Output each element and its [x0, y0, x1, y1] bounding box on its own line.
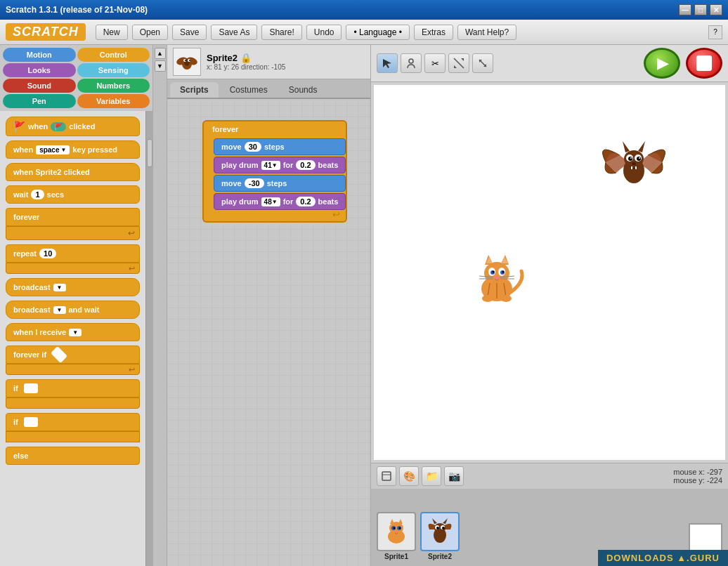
sprite-preview: [173, 48, 201, 76]
bat-sprite[interactable]: [592, 134, 676, 206]
block-repeat[interactable]: repeat 10 ↩: [6, 244, 140, 274]
sprite-thumb-2[interactable]: Sprite2: [420, 512, 460, 560]
right-panel: ✂: [371, 45, 728, 566]
scrollbar-thumb[interactable]: [147, 139, 152, 167]
block-forever[interactable]: forever ↩: [6, 208, 140, 240]
sprite2-label: Sprite2: [428, 553, 452, 560]
category-pen[interactable]: Pen: [3, 94, 76, 108]
svg-point-60: [399, 527, 401, 529]
stamp-tool[interactable]: ✂: [424, 53, 446, 73]
svg-point-7: [189, 60, 190, 61]
svg-marker-12: [454, 65, 457, 68]
close-button[interactable]: ✕: [710, 4, 722, 15]
tab-scripts[interactable]: Scripts: [170, 82, 219, 98]
stage-tools: ✂: [377, 53, 493, 73]
sprite-thumb-1[interactable]: Sprite1: [377, 512, 416, 560]
svg-point-45: [637, 157, 641, 161]
category-control[interactable]: Control: [77, 48, 150, 62]
svg-rect-51: [382, 472, 391, 480]
sprite-thumb-img-1: [377, 512, 416, 551]
shrink-tool[interactable]: [472, 53, 493, 73]
svg-point-36: [482, 295, 493, 302]
block-when-receive[interactable]: when I receive: [6, 323, 140, 341]
block-move2[interactable]: move -30 steps: [214, 175, 346, 192]
block-wait[interactable]: wait 1 secs: [6, 185, 140, 204]
script-section: ▲ ▼: [153, 45, 371, 566]
script-area-container: Sprite2 🔒 x: 81 y: 26 direction: -105 Sc…: [167, 45, 371, 566]
person-tool[interactable]: [401, 53, 422, 73]
script-canvas: forever move 30 steps play dru: [167, 99, 370, 566]
nav-down[interactable]: ▼: [155, 60, 166, 72]
left-scrollbar[interactable]: [145, 111, 152, 566]
stage-bottom-toolbar: 🎨 📁 📷 mouse x: -297 mouse y: -224: [371, 463, 728, 489]
category-sensing[interactable]: Sensing: [77, 63, 150, 77]
svg-marker-41: [638, 141, 645, 152]
mouse-coords: mouse x: -297 mouse y: -224: [673, 468, 722, 485]
left-panel: Motion Control Looks Sensing Sound Numbe…: [0, 45, 153, 566]
nav-arrows: ▲ ▼: [153, 45, 167, 566]
tab-sounds[interactable]: Sounds: [279, 82, 327, 98]
svg-point-48: [632, 162, 636, 165]
sprite-header: Sprite2 🔒 x: 81 y: 26 direction: -105: [167, 45, 370, 79]
nav-up[interactable]: ▲: [155, 48, 166, 59]
block-broadcast[interactable]: broadcast: [6, 278, 140, 296]
svg-point-66: [436, 527, 439, 529]
category-variables[interactable]: Variables: [77, 94, 150, 108]
svg-marker-40: [623, 141, 630, 152]
minimize-button[interactable]: —: [679, 4, 691, 15]
menubar: SCRATCH New Open Save Save As Share! Und…: [0, 20, 728, 45]
undo-button[interactable]: Undo: [306, 25, 342, 40]
svg-marker-8: [383, 59, 391, 68]
svg-point-9: [409, 59, 413, 63]
block-if[interactable]: if: [6, 379, 140, 409]
main-layout: Motion Control Looks Sensing Sound Numbe…: [0, 45, 728, 566]
category-motion[interactable]: Motion: [3, 48, 76, 62]
extras-button[interactable]: Extras: [414, 25, 453, 40]
block-broadcast-wait[interactable]: broadcast and wait: [6, 301, 140, 319]
want-help-button[interactable]: Want Help?: [457, 25, 516, 40]
category-sound[interactable]: Sound: [3, 79, 76, 93]
block-when-clicked[interactable]: 🚩 when 🚩 clicked: [6, 117, 140, 136]
forever-block-bottom: ↩: [202, 213, 347, 223]
cursor-tool[interactable]: [377, 53, 398, 73]
blocks-list: 🚩 when 🚩 clicked when space key pressed …: [0, 111, 145, 566]
block-else[interactable]: else: [6, 447, 140, 465]
stage-canvas: [374, 85, 725, 460]
block-when-sprite-clicked[interactable]: when Sprite2 clicked: [6, 163, 140, 181]
script-tabs: Scripts Costumes Sounds: [167, 79, 370, 99]
block-if-else[interactable]: if: [6, 413, 140, 442]
svg-point-6: [185, 60, 186, 61]
language-button[interactable]: • Language •: [346, 25, 409, 40]
svg-point-37: [500, 295, 512, 302]
save-button[interactable]: Save: [172, 25, 207, 40]
block-move1[interactable]: move 30 steps: [214, 138, 346, 155]
script-stack: forever move 30 steps play dru: [202, 120, 347, 223]
paint-btn[interactable]: 🎨: [399, 466, 419, 486]
play-button[interactable]: ▶: [644, 48, 680, 79]
block-forever-if[interactable]: forever if ↩: [6, 345, 140, 375]
block-when-key-pressed[interactable]: when space key pressed: [6, 140, 140, 159]
share-button[interactable]: Share!: [261, 25, 301, 40]
category-numbers[interactable]: Numbers: [77, 79, 150, 93]
svg-marker-69: [443, 518, 448, 524]
stop-button[interactable]: [686, 48, 722, 79]
save-as-button[interactable]: Save As: [211, 25, 257, 40]
grow-tool[interactable]: [448, 53, 469, 73]
tab-costumes[interactable]: Costumes: [220, 82, 278, 98]
forever-inner: move 30 steps play drum 41▼ for 0.2 beat…: [202, 137, 347, 213]
svg-point-28: [495, 276, 499, 279]
cat-sprite[interactable]: [465, 246, 528, 312]
help-icon[interactable]: ?: [708, 25, 722, 39]
titlebar-controls: — □ ✕: [679, 4, 722, 15]
block-drum2[interactable]: play drum 48▼ for 0.2 beats: [214, 193, 346, 210]
category-looks[interactable]: Looks: [3, 63, 76, 77]
titlebar: Scratch 1.3.1 (release of 21-Nov-08) — □…: [0, 0, 728, 20]
folder-btn[interactable]: 📁: [422, 466, 441, 486]
open-button[interactable]: Open: [132, 25, 168, 40]
block-drum1[interactable]: play drum 41▼ for 0.2 beats: [214, 157, 346, 173]
stage-edit-btn[interactable]: [377, 466, 396, 486]
camera-btn[interactable]: 📷: [444, 466, 464, 486]
maximize-button[interactable]: □: [694, 4, 707, 15]
new-button[interactable]: New: [96, 25, 128, 40]
forever-block[interactable]: forever: [202, 120, 347, 137]
